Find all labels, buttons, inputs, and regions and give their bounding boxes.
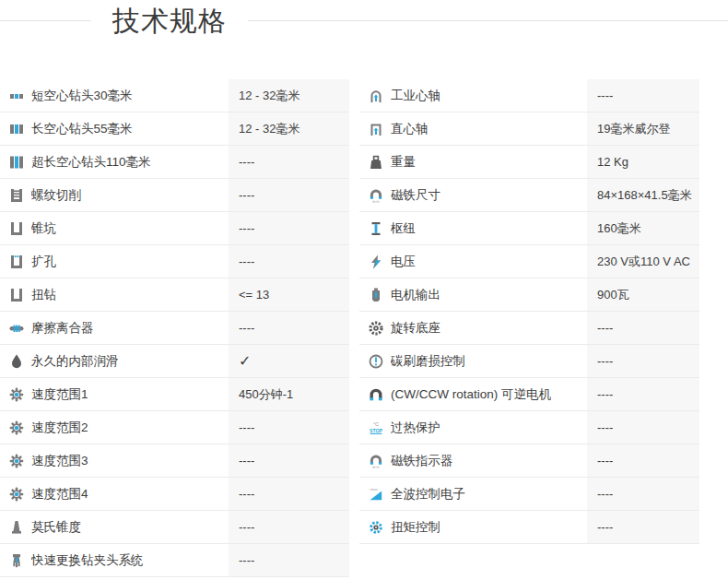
spec-label: 磁铁尺寸 — [391, 187, 440, 204]
spec-label-cell: 直心轴 — [359, 112, 587, 145]
spec-label: 摩擦离合器 — [31, 320, 94, 337]
spec-row: 超长空心钻头110毫米 ---- — [0, 146, 349, 179]
spec-label-cell: 锥坑 — [0, 212, 229, 244]
spec-label: 莫氏锥度 — [31, 519, 81, 536]
spec-label-cell: b×h 磁铁指示器 — [359, 444, 587, 477]
spec-label-cell: b×h 磁铁尺寸 — [359, 179, 587, 211]
twist-drill-icon — [8, 287, 25, 303]
magnet-indicator-icon: b×h — [368, 453, 384, 469]
spec-label: 电机输出 — [391, 287, 440, 303]
spec-row: 电压 230 V或110 V AC — [359, 245, 699, 278]
spec-label-cell: (CW/CCW rotation) 可逆电机 — [359, 378, 587, 410]
spec-label-cell: 速度范围4 — [0, 478, 229, 510]
drill-bit-short-icon — [8, 88, 25, 104]
spec-label-cell: 永久的内部润滑 — [0, 345, 229, 377]
gear-speed-icon — [8, 386, 25, 403]
spec-label-cell: °CSTOP 过热保护 — [359, 411, 587, 444]
spec-row: 长空心钻头55毫米 12 - 32毫米 — [0, 112, 349, 146]
section-header: 技术规格 — [0, 0, 728, 79]
spec-value: 900瓦 — [587, 278, 699, 311]
spec-table-left: 短空心钻头30毫米 12 - 32毫米 长空心钻头55毫米 12 - 32毫米 … — [0, 79, 349, 577]
spec-label-cell: 扭钻 — [0, 278, 229, 311]
spec-label: 工业心轴 — [391, 88, 440, 104]
reaming-icon — [8, 254, 25, 270]
spec-label: 旋转底座 — [391, 320, 440, 337]
spec-value: ---- — [587, 444, 699, 477]
drill-bit-extra-long-icon — [8, 154, 25, 171]
spec-row: 莫氏锥度 ---- — [0, 511, 349, 544]
torque-control-icon — [368, 519, 384, 536]
spec-label: 速度范围4 — [31, 486, 88, 503]
spec-label-cell: 莫氏锥度 — [0, 511, 229, 543]
motor-output-icon — [368, 287, 384, 303]
spec-label: 直心轴 — [391, 121, 429, 137]
spec-label: 重量 — [391, 154, 416, 171]
spec-row: 锥坑 ---- — [0, 212, 349, 245]
gear-speed-icon — [8, 486, 25, 503]
spec-label: 永久的内部润滑 — [31, 353, 119, 370]
spec-value: ---- — [229, 179, 349, 211]
spec-row: 扩孔 ---- — [0, 245, 349, 278]
svg-text:STOP: STOP — [370, 427, 383, 432]
voltage-icon — [368, 254, 384, 270]
spec-row: 快速更换钻夹头系统 ---- — [0, 544, 349, 577]
thread-cutting-icon — [8, 187, 25, 204]
spec-row: ≈max 全波控制电子 ---- — [359, 478, 699, 511]
spec-row: 重量 12 Kg — [359, 146, 699, 179]
spec-value: 160毫米 — [587, 212, 699, 244]
spec-label: 扭钻 — [31, 287, 56, 303]
spec-label-cell: 摩擦离合器 — [0, 312, 229, 344]
spec-row: 工业心轴 ---- — [359, 79, 699, 112]
spec-value: 84×168×41.5毫米 — [587, 179, 699, 211]
quick-change-chuck-icon — [8, 552, 25, 569]
spec-value: ✓ — [229, 345, 349, 377]
spec-row: 速度范围4 ---- — [0, 478, 349, 511]
spec-label-cell: 长空心钻头55毫米 — [0, 112, 229, 145]
magnet-dimensions-icon: b×h — [368, 187, 384, 204]
spec-label: 超长空心钻头110毫米 — [31, 154, 151, 171]
brush-wear-icon — [368, 353, 384, 370]
page-title: 技术规格 — [91, 0, 248, 41]
spec-label: 磁铁指示器 — [391, 453, 453, 469]
spec-label-cell: 速度范围2 — [0, 411, 229, 444]
spec-row: b×h 磁铁尺寸 84×168×41.5毫米 — [359, 179, 699, 212]
spec-value: ---- — [229, 478, 349, 510]
spec-row: 速度范围3 ---- — [0, 444, 349, 478]
spec-value: ---- — [587, 478, 699, 510]
spec-row: b×h 磁铁指示器 ---- — [359, 444, 699, 478]
spec-label: 扩孔 — [31, 254, 56, 270]
spec-label: 扭矩控制 — [391, 519, 440, 536]
spec-label-cell: 扩孔 — [0, 245, 229, 278]
spec-row: 摩擦离合器 ---- — [0, 312, 349, 345]
spec-label: 螺纹切削 — [31, 187, 81, 204]
spec-label: 长空心钻头55毫米 — [31, 121, 133, 137]
spec-label-cell: ≈max 全波控制电子 — [359, 478, 587, 510]
spec-value: <= 13 — [229, 278, 349, 311]
spec-table-right: 工业心轴 ---- 直心轴 19毫米威尔登 重量 12 Kg b×h 磁铁尺寸 … — [359, 79, 699, 544]
svg-text:b×h: b×h — [373, 465, 380, 469]
spec-label-cell: 枢纽 — [359, 212, 587, 244]
spec-value: ---- — [229, 312, 349, 344]
spec-tables: 短空心钻头30毫米 12 - 32毫米 长空心钻头55毫米 12 - 32毫米 … — [0, 79, 728, 577]
spec-row: 枢纽 160毫米 — [359, 212, 699, 245]
spec-row: 速度范围1 450分钟-1 — [0, 378, 349, 411]
spec-row: 旋转底座 ---- — [359, 312, 699, 345]
spec-row: 碳刷磨损控制 ---- — [359, 345, 699, 378]
spec-value: 12 - 32毫米 — [229, 112, 349, 145]
spec-value: ---- — [229, 146, 349, 178]
spec-value: ---- — [587, 511, 699, 543]
gear-speed-icon — [8, 420, 25, 436]
spec-label-cell: 碳刷磨损控制 — [359, 345, 587, 377]
morse-taper-icon — [8, 519, 25, 536]
spec-row: 速度范围2 ---- — [0, 411, 349, 444]
countersink-icon — [8, 220, 25, 237]
reversible-motor-icon — [368, 386, 384, 403]
spec-value: 12 - 32毫米 — [229, 79, 349, 112]
spec-value: 19毫米威尔登 — [587, 112, 699, 145]
spec-value: ---- — [587, 345, 699, 377]
spec-page: 技术规格 短空心钻头30毫米 12 - 32毫米 长空心钻头55毫米 12 - … — [0, 0, 728, 577]
spec-label: 过热保护 — [391, 420, 440, 436]
svg-text:b×h: b×h — [373, 199, 380, 204]
spec-value: ---- — [229, 544, 349, 576]
spec-label: 速度范围3 — [31, 453, 88, 469]
